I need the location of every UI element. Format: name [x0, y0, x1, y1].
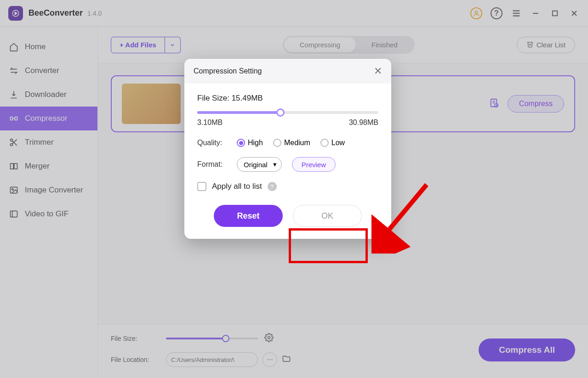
- quality-medium-radio[interactable]: Medium: [273, 139, 310, 147]
- modal-close-icon[interactable]: ✕: [374, 65, 382, 77]
- format-label: Format:: [197, 160, 227, 169]
- reset-button[interactable]: Reset: [214, 205, 283, 227]
- max-size-label: 30.98MB: [349, 118, 378, 127]
- quality-high-radio[interactable]: High: [237, 139, 263, 147]
- file-size-display: File Size: 15.49MB: [197, 94, 378, 103]
- compression-setting-modal: Compression Setting ✕ File Size: 15.49MB…: [184, 59, 391, 239]
- compression-size-slider[interactable]: [197, 111, 378, 114]
- apply-all-help-icon[interactable]: ?: [268, 182, 277, 191]
- preview-button[interactable]: Preview: [292, 157, 336, 172]
- ok-button[interactable]: OK: [293, 205, 362, 227]
- format-select[interactable]: Original: [237, 157, 282, 172]
- quality-low-radio[interactable]: Low: [320, 139, 345, 147]
- modal-title: Compression Setting: [194, 67, 262, 75]
- apply-all-checkbox[interactable]: [197, 182, 206, 191]
- apply-all-label: Apply all to list: [212, 182, 262, 191]
- quality-label: Quality:: [197, 139, 227, 147]
- min-size-label: 3.10MB: [197, 118, 223, 127]
